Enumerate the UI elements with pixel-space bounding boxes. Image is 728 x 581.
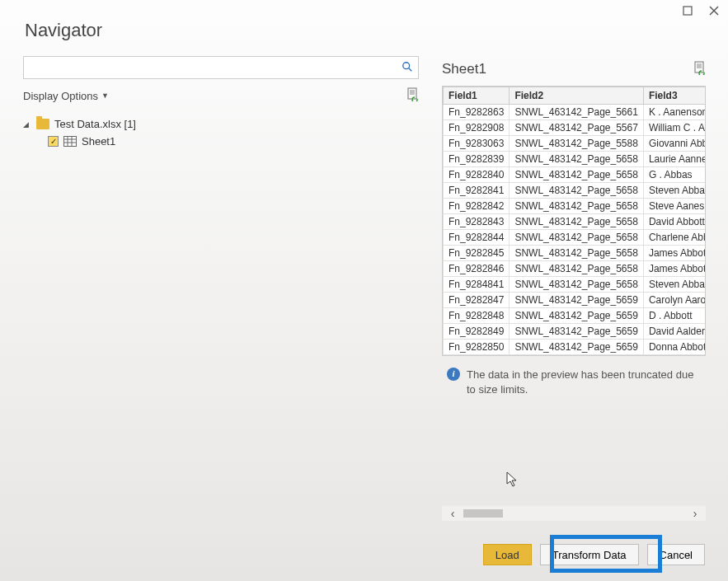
scroll-track[interactable] (463, 509, 684, 518)
table-row[interactable]: Fn_9282848SNWL_483142_Page_5659D . Abbot… (444, 308, 707, 324)
table-cell: Fn_9282863 (444, 105, 510, 120)
table-cell: SNWL_483142_Page_5659 (510, 293, 643, 308)
navigator-left-pane: Display Options ▼ ◢ Test Data.xlsx [1] ✓… (23, 56, 419, 150)
table-row[interactable]: Fn_9282843SNWL_483142_Page_5658David Abb… (444, 214, 707, 230)
table-cell: SNWL_483142_Page_5658 (510, 167, 643, 183)
scroll-right-icon[interactable]: › (688, 507, 702, 520)
table-cell: Fn_9282843 (444, 214, 510, 230)
svg-point-3 (403, 62, 410, 68)
display-options-dropdown[interactable]: Display Options ▼ (23, 90, 109, 102)
table-row[interactable]: Fn_9282908SNWL_483142_Page_5567William C… (444, 120, 707, 136)
table-cell: Fn_9282908 (444, 120, 510, 136)
refresh-icon[interactable] (406, 87, 419, 104)
table-cell: SNWL_483142_Page_5658 (510, 183, 643, 199)
table-cell: SNWL_483142_Page_5658 (510, 277, 643, 293)
navigator-tree: ◢ Test Data.xlsx [1] ✓ Sheet1 (23, 115, 419, 150)
scroll-left-icon[interactable]: ‹ (445, 507, 460, 520)
table-cell: Fn_9282844 (444, 230, 510, 246)
preview-table[interactable]: Field1 Field2 Field3 Fn_9282863SNWL_4631… (442, 86, 706, 356)
load-button[interactable]: Load (483, 544, 532, 565)
table-cell: SNWL_483142_Page_5658 (510, 261, 643, 277)
table-cell: Fn_9282848 (444, 308, 510, 324)
svg-rect-0 (683, 7, 692, 15)
table-cell: Fn_9282847 (444, 293, 510, 308)
table-row[interactable]: Fn_9282841SNWL_483142_Page_5658Steven Ab… (444, 183, 707, 199)
tree-file-label: Test Data.xlsx [1] (54, 118, 136, 130)
preview-title: Sheet1 (442, 61, 486, 77)
scroll-thumb[interactable] (463, 509, 503, 518)
table-cell: SNWL_483142_Page_5658 (510, 214, 643, 230)
table-row[interactable]: Fn_9282844SNWL_483142_Page_5658Charlene … (444, 230, 707, 246)
table-row[interactable]: Fn_9282839SNWL_483142_Page_5658Laurie Aa… (444, 152, 707, 167)
table-cell: SNWL_483142_Page_5658 (510, 246, 643, 261)
table-cell: Fn_9282846 (444, 261, 510, 277)
table-row[interactable]: Fn_9282846SNWL_483142_Page_5658James Abb… (444, 261, 707, 277)
table-cell: Fn_9282840 (444, 167, 510, 183)
chevron-down-icon: ▼ (101, 91, 109, 100)
table-cell: SNWL_483142_Page_5588 (510, 136, 643, 152)
table-cell: Fn_9282839 (444, 152, 510, 167)
table-row[interactable]: Fn_9282842SNWL_483142_Page_5658Steve Aan… (444, 199, 707, 214)
collapse-icon[interactable]: ◢ (23, 120, 31, 129)
table-cell: SNWL_483142_Page_5658 (510, 152, 643, 167)
table-cell: James Abbott (643, 246, 706, 261)
svg-line-4 (409, 68, 412, 71)
search-icon[interactable] (402, 61, 413, 75)
table-row[interactable]: Fn_9282849SNWL_483142_Page_5659David Aal… (444, 324, 707, 340)
table-icon (63, 136, 77, 147)
column-header[interactable]: Field1 (444, 87, 510, 105)
table-cell: Laurie Aanner (643, 152, 706, 167)
table-cell: Fn_9282842 (444, 199, 510, 214)
table-row[interactable]: Fn_9282850SNWL_483142_Page_5659Donna Abb… (444, 340, 707, 355)
cancel-button[interactable]: Cancel (647, 544, 705, 565)
search-box[interactable] (23, 56, 419, 79)
table-cell: SNWL_483142_Page_5567 (510, 120, 643, 136)
info-icon: i (447, 368, 460, 381)
horizontal-scrollbar[interactable]: ‹ › (442, 506, 706, 521)
table-row[interactable]: Fn_9282863SNWL_463142_Page_5661K . Aanen… (444, 105, 707, 120)
transform-data-button[interactable]: Transform Data (540, 544, 639, 565)
table-cell: Fn_9282849 (444, 324, 510, 340)
tree-sheet-label: Sheet1 (82, 135, 115, 148)
close-button[interactable] (708, 5, 720, 16)
table-cell: William C . Aar (643, 120, 706, 136)
cursor-icon (506, 471, 519, 491)
table-cell: SNWL_483142_Page_5658 (510, 230, 643, 246)
table-cell: Charlene Abbo (643, 230, 706, 246)
sheet-checkbox[interactable]: ✓ (48, 136, 59, 147)
table-cell: Steven Abbas (643, 277, 706, 293)
table-cell: K . Aanenson (643, 105, 706, 120)
table-cell: Fn_9284841 (444, 277, 510, 293)
truncation-notice: i The data in the preview has been trunc… (442, 368, 706, 397)
search-input[interactable] (29, 62, 402, 74)
table-cell: D . Abbott (643, 308, 706, 324)
table-row[interactable]: Fn_9282845SNWL_483142_Page_5658James Abb… (444, 246, 707, 261)
tree-sheet-node[interactable]: ✓ Sheet1 (23, 133, 419, 150)
page-title: Navigator (25, 20, 102, 41)
table-cell: Steve Aanes (643, 199, 706, 214)
table-cell: G . Abbas (643, 167, 706, 183)
display-options-label: Display Options (23, 90, 98, 102)
table-cell: SNWL_483142_Page_5658 (510, 199, 643, 214)
table-cell: David Aalders (643, 324, 706, 340)
maximize-button[interactable] (682, 5, 693, 16)
table-cell: Donna Abbott (643, 340, 706, 355)
preview-refresh-icon[interactable] (693, 61, 706, 77)
table-row[interactable]: Fn_9282840SNWL_483142_Page_5658G . Abbas (444, 167, 707, 183)
table-row[interactable]: Fn_9284841SNWL_483142_Page_5658Steven Ab… (444, 277, 707, 293)
truncation-text: The data in the preview has been truncat… (467, 368, 701, 397)
table-cell: Fn_9283063 (444, 136, 510, 152)
tree-file-node[interactable]: ◢ Test Data.xlsx [1] (23, 115, 419, 133)
folder-icon (36, 119, 49, 129)
column-header[interactable]: Field3 (643, 87, 706, 105)
table-cell: SNWL_483142_Page_5659 (510, 308, 643, 324)
table-cell: Giovanni Abbo (643, 136, 706, 152)
table-row[interactable]: Fn_9282847SNWL_483142_Page_5659Carolyn A… (444, 293, 707, 308)
table-cell: David Abbott (643, 214, 706, 230)
table-cell: SNWL_483142_Page_5659 (510, 324, 643, 340)
table-cell: SNWL_483142_Page_5659 (510, 340, 643, 355)
table-cell: Carolyn Aaron (643, 293, 706, 308)
column-header[interactable]: Field2 (510, 87, 643, 105)
table-cell: Fn_9282850 (444, 340, 510, 355)
table-row[interactable]: Fn_9283063SNWL_483142_Page_5588Giovanni … (444, 136, 707, 152)
